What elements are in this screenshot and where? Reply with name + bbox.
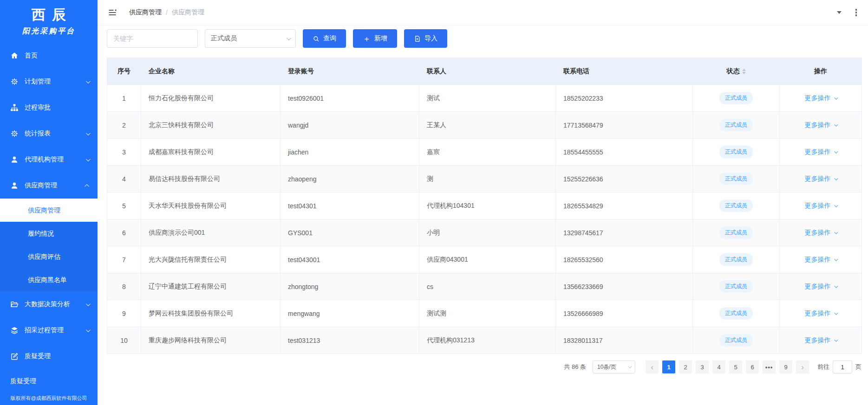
sidebar-item-1[interactable]: 计划管理 [0, 69, 98, 95]
row-no: 10 [107, 327, 141, 354]
sidebar-item-label: 统计报表 [25, 129, 86, 138]
more-actions-link[interactable]: 更多操作 [805, 175, 837, 183]
table-row: 8辽宁中通建筑工程有限公司zhongtongcs13566233669正式成员更… [107, 273, 862, 300]
page-button-2[interactable]: 2 [679, 360, 692, 373]
contact-name: 代理机构104301 [419, 193, 556, 219]
status-badge: 正式成员 [719, 307, 753, 320]
company-name: 成都嘉宸科技有限公司 [141, 139, 281, 166]
page-button-6[interactable]: 6 [746, 360, 759, 373]
login-account: test04301 [281, 193, 419, 219]
more-actions-link[interactable]: 更多操作 [805, 229, 837, 237]
more-actions-link[interactable]: 更多操作 [805, 256, 837, 264]
status-badge: 正式成员 [719, 280, 753, 293]
status-cell: 正式成员 [693, 219, 780, 246]
breadcrumb-item[interactable]: 供应商管理 [129, 8, 162, 17]
sidebar-item-plain[interactable]: 质疑受理 [0, 369, 98, 392]
user-dropdown-caret-icon[interactable] [837, 11, 842, 14]
sidebar-item-4[interactable]: 代理机构管理 [0, 147, 98, 173]
more-actions-link[interactable]: 更多操作 [805, 336, 837, 345]
sidebar-subitem[interactable]: 供应商评估 [0, 245, 98, 268]
sidebar-item-label: 代理机构管理 [25, 155, 86, 164]
table-row: 7光大兴陇信托有限责任公司test043001供应商04300118265532… [107, 246, 862, 273]
col-header-contact: 联系人 [419, 58, 556, 85]
chevron-down-icon [834, 122, 838, 126]
more-actions-link[interactable]: 更多操作 [805, 309, 837, 318]
sidebar-subitem-active[interactable]: 供应商管理 [0, 199, 98, 222]
collapse-menu-icon[interactable] [108, 8, 117, 17]
contact-phone: 13526666989 [556, 300, 693, 327]
status-cell: 正式成员 [693, 246, 780, 273]
chevron-down-icon [834, 203, 838, 207]
chevron-down-icon [834, 284, 838, 288]
goto-page-input[interactable] [833, 360, 852, 373]
company-name: 恒力石化股份有限公司 [141, 85, 281, 112]
col-header-status[interactable]: 状态 [693, 58, 780, 85]
table-row: 5天水华天科技股份有限公司test04301代理机构10430118265534… [107, 193, 862, 219]
sort-icon[interactable] [742, 69, 746, 74]
sidebar-item-8[interactable]: 质疑受理 [0, 343, 98, 369]
next-page-button[interactable]: › [796, 360, 809, 373]
page-button-1[interactable]: 1 [662, 360, 675, 373]
chevron-down-icon [86, 131, 91, 135]
sidebar-subitem[interactable]: 供应商黑名单 [0, 268, 98, 291]
search-button[interactable]: 查询 [303, 29, 346, 48]
import-button[interactable]: 导入 [404, 29, 447, 48]
member-type-select[interactable]: 正式成员 [205, 29, 296, 48]
page-size-value: 10条/页 [597, 363, 616, 371]
add-button[interactable]: ＋ 新增 [353, 29, 397, 48]
chevron-down-icon [834, 149, 838, 153]
brand-subtitle: 阳光采购平台 [0, 26, 98, 36]
company-name: 梦网云科技集团股份有限公司 [141, 300, 281, 327]
row-no: 8 [107, 273, 141, 300]
edit-icon [10, 352, 19, 360]
col-header-phone: 联系电话 [556, 58, 693, 85]
sidebar-item-7[interactable]: 招采过程管理 [0, 317, 98, 343]
sidebar-item-5[interactable]: 供应商管理 [0, 173, 98, 199]
contact-phone: 15255226636 [556, 166, 693, 193]
sidebar-item-label: 过程审批 [25, 103, 89, 112]
contact-name: 嘉宸 [419, 139, 556, 166]
sidebar-item-0[interactable]: 首页 [0, 43, 98, 69]
contact-phone: 18525202233 [556, 85, 693, 112]
total-count: 共 86 条 [564, 363, 586, 371]
page-button-5[interactable]: 5 [729, 360, 742, 373]
actions-cell: 更多操作 [780, 300, 862, 327]
actions-cell: 更多操作 [780, 139, 862, 166]
more-actions-link[interactable]: 更多操作 [805, 94, 837, 103]
chevron-down-icon [834, 176, 838, 180]
chevron-down-icon [834, 257, 838, 261]
keyword-input[interactable] [107, 29, 198, 48]
more-actions-link[interactable]: 更多操作 [805, 121, 837, 129]
kebab-menu-icon[interactable] [855, 8, 858, 17]
sidebar-item-3[interactable]: 统计报表 [0, 121, 98, 147]
page-button-9[interactable]: 9 [779, 360, 792, 373]
page-size-select[interactable]: 10条/页 [593, 360, 635, 373]
more-pages-button[interactable]: ••• [763, 360, 776, 373]
col-header-account: 登录账号 [281, 58, 419, 85]
sidebar-item-6[interactable]: 大数据决策分析 [0, 291, 98, 317]
contact-phone: 18265532560 [556, 246, 693, 273]
more-actions-link[interactable]: 更多操作 [805, 202, 837, 210]
contact-name: 测 [419, 166, 556, 193]
login-account: GYS001 [281, 219, 419, 246]
prev-page-button[interactable]: ‹ [646, 360, 659, 373]
contact-phone: 13566233669 [556, 273, 693, 300]
table-row: 6供应商演示公司001GYS001小明13298745617正式成员更多操作 [107, 219, 862, 246]
page-button-3[interactable]: 3 [696, 360, 709, 373]
content: 正式成员 查询 ＋ 新增 导入 序号 [98, 26, 868, 373]
more-actions-link[interactable]: 更多操作 [805, 148, 837, 156]
chevron-down-icon [834, 311, 838, 315]
row-no: 3 [107, 139, 141, 166]
login-account: wangjd [281, 112, 419, 139]
sidebar-item-2[interactable]: 过程审批 [0, 95, 98, 121]
page-button-4[interactable]: 4 [712, 360, 725, 373]
company-name: 天水华天科技股份有限公司 [141, 193, 281, 219]
brand-title: 西辰 [0, 6, 98, 25]
more-actions-link[interactable]: 更多操作 [805, 283, 837, 291]
status-cell: 正式成员 [693, 139, 780, 166]
chevron-down-icon [628, 364, 632, 368]
sidebar-subitem[interactable]: 履约情况 [0, 222, 98, 245]
breadcrumb-separator: / [166, 9, 168, 16]
sidebar-item-label: 招采过程管理 [25, 326, 86, 334]
sidebar-menu: 首页计划管理过程审批统计报表代理机构管理供应商管理供应商管理履约情况供应商评估供… [0, 43, 98, 405]
